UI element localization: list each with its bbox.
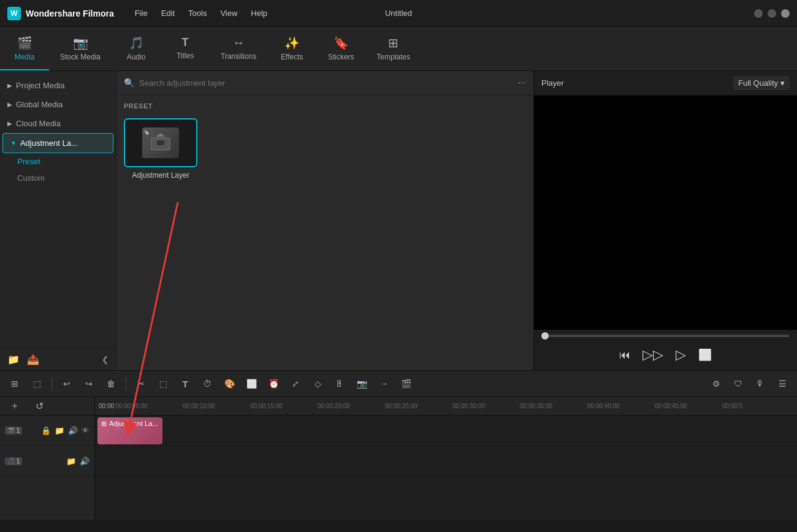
- video-track-lane: ⊞ Adjustment La...: [95, 416, 797, 446]
- play-forward-button[interactable]: ▷▷: [643, 347, 663, 363]
- search-input[interactable]: [139, 78, 513, 88]
- ruler-mark-8: 00:00:40:00: [586, 403, 654, 409]
- sidebar-collapse-button[interactable]: ❮: [102, 355, 109, 364]
- menu-file[interactable]: File: [129, 6, 154, 20]
- tab-effects[interactable]: ✨ Effects: [267, 27, 316, 70]
- arrow-icon-adjustment: ▼: [10, 140, 17, 146]
- adjustment-layer-clip[interactable]: ⊞ Adjustment La...: [97, 417, 162, 444]
- menu-edit[interactable]: Edit: [155, 6, 181, 20]
- timeline-ruler: 00:00 00:00:05:00 00:00:10:00 00:00:15:0…: [95, 397, 797, 416]
- ruler-mark-0: 00:00: [97, 403, 114, 409]
- more-options-icon[interactable]: ···: [518, 77, 526, 88]
- menu-view[interactable]: View: [214, 6, 243, 20]
- crop-button[interactable]: ⬚: [153, 374, 173, 393]
- crop-tool-button[interactable]: ⬚: [27, 374, 47, 393]
- folder-icon[interactable]: 📁: [55, 426, 64, 435]
- adjustment-layer-thumb: ✦: [124, 118, 197, 167]
- audio-volume-icon[interactable]: 🔊: [80, 457, 90, 466]
- play-button[interactable]: ▷: [676, 347, 686, 363]
- tabbar: 🎬 Media 📷 Stock Media 🎵 Audio T Titles ↔…: [0, 27, 797, 71]
- tab-templates[interactable]: ⊞ Templates: [365, 27, 421, 70]
- transitions-icon: ↔: [232, 36, 245, 50]
- delete-button[interactable]: 🗑: [101, 374, 121, 393]
- lock-icon[interactable]: 🔒: [41, 426, 51, 435]
- timer-button[interactable]: ⏰: [264, 374, 283, 393]
- media-grid: ✦ Adjustment Layer: [116, 113, 533, 184]
- progress-bar[interactable]: [541, 335, 790, 337]
- window-minimize[interactable]: [754, 9, 763, 18]
- window-controls: [754, 9, 790, 18]
- tab-media[interactable]: 🎬 Media: [0, 27, 49, 70]
- player-header: Player Full Quality ▾: [534, 71, 797, 96]
- stabilize-button[interactable]: 📷: [352, 374, 372, 393]
- menu-tools[interactable]: Tools: [182, 6, 213, 20]
- ruler-mark-6: 00:00:30:00: [451, 403, 519, 409]
- add-folder-button[interactable]: 📁: [7, 354, 20, 365]
- motion-button[interactable]: →: [374, 374, 394, 393]
- toolbar-right: ⚙ 🛡 🎙 ☰: [706, 374, 792, 393]
- app-logo-icon: W: [7, 7, 21, 20]
- quality-label: Full Quality: [738, 78, 778, 88]
- stop-button[interactable]: ⬜: [698, 348, 712, 362]
- shield-button[interactable]: 🛡: [728, 374, 748, 393]
- export-folder-button[interactable]: 📤: [27, 354, 39, 365]
- eye-icon[interactable]: 👁: [82, 426, 90, 435]
- add-track-button[interactable]: ＋: [5, 397, 25, 416]
- volume-icon[interactable]: 🔊: [68, 426, 78, 435]
- progress-knob[interactable]: [541, 332, 549, 340]
- tab-titles[interactable]: T Titles: [161, 27, 210, 70]
- split-view-button[interactable]: ⊞: [5, 374, 25, 393]
- step-back-button[interactable]: ⏮: [619, 349, 630, 362]
- player-controls: ⏮ ▷▷ ▷ ⬜: [534, 342, 797, 370]
- menu-help[interactable]: Help: [245, 6, 273, 20]
- tab-stickers[interactable]: 🔖 Stickers: [316, 27, 365, 70]
- sidebar: ▶ Project Media ▶ Global Media ▶ Cloud M…: [0, 71, 116, 370]
- settings-button[interactable]: ⚙: [706, 374, 726, 393]
- adjustment-layer-card[interactable]: ✦ Adjustment Layer: [124, 118, 197, 180]
- tab-transitions[interactable]: ↔ Transitions: [210, 27, 267, 70]
- redo-button[interactable]: ↪: [79, 374, 99, 393]
- window-maximize[interactable]: [768, 9, 776, 18]
- media-icon: 🎬: [17, 36, 32, 50]
- sidebar-sub-custom[interactable]: Custom: [0, 170, 116, 186]
- audio-adjust-button[interactable]: 🎚: [330, 374, 349, 393]
- sidebar-cloud-media-label: Cloud Media: [16, 119, 61, 128]
- sidebar-project-media-label: Project Media: [16, 81, 64, 90]
- content-panel: 🔍 ··· PRESET ✦ Adjust: [116, 71, 533, 370]
- adjustment-layer-icon: [148, 132, 173, 154]
- audio-icon: 🎵: [129, 36, 144, 50]
- timeline-body: 🎬 1 🔒 📁 🔊 👁 🎵 1 📁 🔊: [0, 416, 797, 520]
- undo-button[interactable]: ↩: [57, 374, 77, 393]
- scene-button[interactable]: 🎬: [396, 374, 416, 393]
- tab-stock-media[interactable]: 📷 Stock Media: [49, 27, 112, 70]
- audio-folder-icon[interactable]: 📁: [66, 457, 76, 466]
- arrow-icon-cloud: ▶: [7, 120, 12, 127]
- menu-bar: File Edit Tools View Help: [129, 6, 754, 20]
- mask-button[interactable]: ⬜: [242, 374, 261, 393]
- color-button[interactable]: 🎨: [219, 374, 239, 393]
- arrow-icon-global: ▶: [7, 101, 12, 108]
- tab-audio[interactable]: 🎵 Audio: [112, 27, 161, 70]
- sidebar-custom-label: Custom: [17, 173, 45, 183]
- timeline-tracks-left: 🎬 1 🔒 📁 🔊 👁 🎵 1 📁 🔊: [0, 416, 95, 520]
- text-button[interactable]: T: [175, 374, 195, 393]
- sidebar-sub-preset[interactable]: Preset: [0, 153, 116, 170]
- cut-button[interactable]: ✂: [131, 374, 151, 393]
- loop-button[interactable]: ↺: [29, 397, 49, 416]
- speed-button[interactable]: ⏱: [197, 374, 217, 393]
- ruler-mark-7: 00:00:35:00: [519, 403, 586, 409]
- sidebar-item-adjustment-layer[interactable]: ▼ Adjustment La...: [2, 133, 113, 153]
- player-quality-selector[interactable]: Full Quality ▾: [733, 76, 790, 90]
- sidebar-item-cloud-media[interactable]: ▶ Cloud Media: [0, 114, 116, 133]
- mic-button[interactable]: 🎙: [750, 374, 770, 393]
- sidebar-item-project-media[interactable]: ▶ Project Media: [0, 76, 116, 95]
- search-icon: 🔍: [124, 78, 134, 88]
- ruler-mark-9: 00:00:45:00: [654, 403, 721, 409]
- layout-button[interactable]: ☰: [772, 374, 792, 393]
- transform-button[interactable]: ⤢: [286, 374, 305, 393]
- ruler-mark-3: 00:00:15:00: [249, 403, 316, 409]
- keyframe-button[interactable]: ◇: [308, 374, 327, 393]
- window-close[interactable]: [781, 9, 790, 18]
- sidebar-item-global-media[interactable]: ▶ Global Media: [0, 95, 116, 114]
- audio-track-icons: 📁 🔊: [66, 457, 90, 466]
